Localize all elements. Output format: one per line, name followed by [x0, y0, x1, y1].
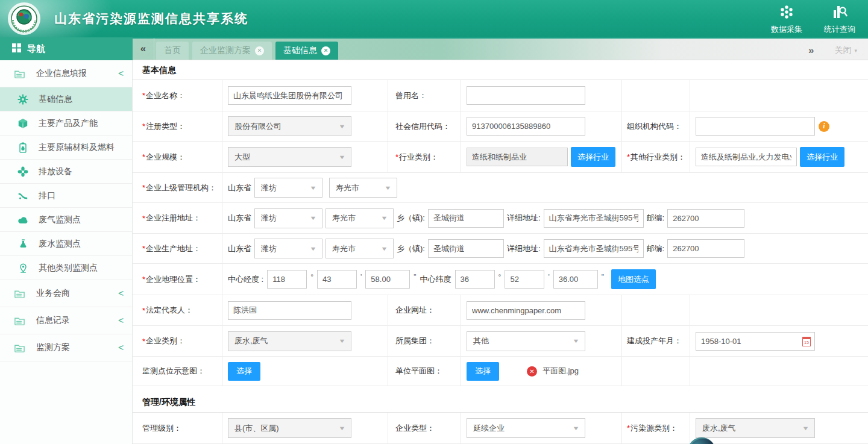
- credit-code-input[interactable]: [467, 117, 585, 136]
- folder-icon: [13, 342, 25, 354]
- company-cat-value: 废水,废气: [234, 336, 268, 346]
- sidebar-item-label: 主要原辅材料及燃料: [39, 142, 124, 153]
- lng-deg-input[interactable]: [267, 270, 307, 289]
- prod-zip-input[interactable]: [667, 239, 744, 258]
- sidebar-item-other-monitor[interactable]: 其他类别监测点: [0, 256, 132, 280]
- nav-title: 导航: [27, 43, 45, 55]
- cell: [622, 295, 690, 325]
- cell: 山东省 潍坊 ▼ 寿光市 ▼ 乡（镇): 详细地址: 邮编:: [222, 234, 868, 263]
- delete-file-icon[interactable]: ✕: [527, 366, 537, 377]
- legal-rep-label: 法定代表人：: [146, 305, 193, 316]
- calendar-icon[interactable]: [802, 337, 811, 346]
- prod-date-input[interactable]: [696, 332, 815, 351]
- sidebar-item-business[interactable]: 业务会商 <: [0, 280, 132, 307]
- plan-select-button[interactable]: 选择: [467, 362, 499, 381]
- lat-min-input[interactable]: [505, 270, 544, 289]
- prod-city-select[interactable]: 潍坊 ▼: [254, 239, 322, 258]
- website-input[interactable]: [467, 301, 585, 320]
- ent-type-select[interactable]: 延续企业 ▼: [467, 418, 585, 438]
- parent-county-select[interactable]: 寿光市 ▼: [329, 178, 397, 198]
- cell: * 企业上级管理机构：: [133, 173, 222, 202]
- close-menu-button[interactable]: 关闭 ▾: [834, 45, 857, 56]
- company-name-input[interactable]: [228, 86, 351, 105]
- other-industry-input[interactable]: [696, 148, 797, 166]
- reg-city-select[interactable]: 潍坊 ▼: [254, 208, 322, 228]
- sidebar-item-basic-info[interactable]: 基础信息: [0, 87, 132, 111]
- second-symbol: ": [414, 273, 416, 281]
- cell: 其他 ▼: [461, 326, 622, 356]
- cell: 监测点位示意图：: [133, 357, 222, 386]
- tab-home[interactable]: 首页: [156, 42, 189, 60]
- reg-county-select[interactable]: 寿光市 ▼: [326, 208, 394, 228]
- data-collect-button[interactable]: 数据采集: [767, 4, 807, 35]
- tab-bar: « 首页 企业监测方案 ✕ 基础信息 ✕ » 关闭 ▾: [133, 37, 868, 60]
- lng-sec-input[interactable]: [365, 270, 410, 289]
- lng-min-input[interactable]: [317, 270, 357, 289]
- scroll-tabs-right-button[interactable]: »: [808, 45, 814, 57]
- chevron-left-icon: <: [118, 288, 124, 299]
- mgmt-level-select[interactable]: 县(市、区属) ▼: [228, 418, 351, 438]
- industry-label: 行业类别：: [399, 152, 438, 163]
- form-row: * 企业注册地址： 山东省 潍坊 ▼ 寿光市 ▼ 乡（镇): 详细地址:: [133, 203, 868, 234]
- sidebar-item-water-monitor[interactable]: 废水监测点: [0, 232, 132, 256]
- cell: [222, 80, 388, 111]
- tab-enterprise-monitor-plan[interactable]: 企业监测方案 ✕: [192, 42, 272, 60]
- prod-town-input[interactable]: [428, 239, 504, 258]
- caret-down-icon: ▼: [384, 185, 391, 191]
- group-select[interactable]: 其他 ▼: [467, 331, 585, 351]
- former-name-input[interactable]: [467, 86, 585, 105]
- sidebar-item-label: 排口: [39, 190, 124, 201]
- sidebar-item-label: 监测方案: [36, 342, 118, 353]
- section-title-basic: 基本信息: [133, 60, 868, 80]
- industry-input[interactable]: [467, 148, 568, 166]
- cell: 县(市、区属) ▼: [222, 413, 388, 443]
- sidebar-item-monitor-plan[interactable]: 监测方案 <: [0, 334, 132, 361]
- sidebar-item-outlets[interactable]: 排口: [0, 184, 132, 208]
- lat-sec-input[interactable]: [553, 270, 598, 289]
- info-icon[interactable]: i: [819, 121, 829, 132]
- required-asterisk: *: [142, 152, 145, 161]
- tab-close-icon[interactable]: ✕: [321, 46, 330, 55]
- sketch-select-button[interactable]: 选择: [228, 362, 260, 381]
- sidebar-item-records[interactable]: 信息记录 <: [0, 307, 132, 334]
- prod-county-select[interactable]: 寿光市 ▼: [326, 239, 394, 258]
- cell: 山东省 潍坊 ▼ 寿光市 ▼ 乡（镇): 详细地址: 邮编:: [222, 203, 868, 233]
- outlet-icon: [17, 190, 29, 202]
- ent-type-label: 企业类型：: [395, 423, 435, 434]
- parent-city-select[interactable]: 潍坊 ▼: [254, 178, 322, 198]
- map-picker-button[interactable]: 地图选点: [611, 269, 656, 289]
- prod-detail-input[interactable]: [544, 239, 644, 258]
- reg-zip-input[interactable]: [667, 209, 744, 228]
- org-code-input[interactable]: [696, 117, 815, 136]
- sidebar-item-gas-monitor[interactable]: 废气监测点: [0, 208, 132, 232]
- chevron-left-icon: <: [118, 68, 124, 79]
- cell: 所属集团：: [388, 326, 461, 356]
- sidebar-item-enterprise-info[interactable]: 企业信息填报 <: [0, 60, 132, 87]
- required-asterisk: *: [142, 214, 145, 223]
- town-label: 乡（镇):: [397, 213, 425, 224]
- degree-symbol: °: [498, 273, 502, 281]
- reg-town-input[interactable]: [428, 209, 504, 228]
- scroll-tabs-left-button[interactable]: «: [133, 38, 154, 60]
- company-name-label: 企业名称：: [146, 90, 185, 101]
- app-header: 山东省污染源监测信息共享系统 数据采集: [0, 0, 868, 37]
- legal-rep-input[interactable]: [228, 301, 351, 320]
- select-other-industry-button[interactable]: 选择行业: [800, 147, 844, 167]
- caret-down-icon: ▼: [572, 425, 579, 431]
- sidebar-item-emission-equipment[interactable]: 排放设备: [0, 160, 132, 184]
- stats-query-button[interactable]: 统计查询: [820, 4, 860, 35]
- tab-basic-info[interactable]: 基础信息 ✕: [275, 42, 338, 60]
- select-industry-button[interactable]: 选择行业: [571, 147, 615, 167]
- sidebar-item-products[interactable]: 主要产品及产能: [0, 111, 132, 136]
- sidebar-item-materials[interactable]: 主要原辅材料及燃料: [0, 136, 132, 160]
- reg-detail-input[interactable]: [544, 209, 644, 228]
- scale-select[interactable]: 大型 ▼: [228, 147, 351, 167]
- form-row: * 法定代表人： 企业网址：: [133, 295, 868, 326]
- reg-type-select[interactable]: 股份有限公司 ▼: [228, 116, 351, 136]
- company-cat-select[interactable]: 废水,废气 ▼: [228, 331, 351, 351]
- cell: i: [690, 111, 868, 141]
- cell: 选择行业: [461, 142, 622, 172]
- lat-deg-input[interactable]: [455, 270, 495, 289]
- pollution-cat-select[interactable]: 废水,废气 ▼: [696, 418, 815, 438]
- tab-close-icon[interactable]: ✕: [255, 46, 264, 55]
